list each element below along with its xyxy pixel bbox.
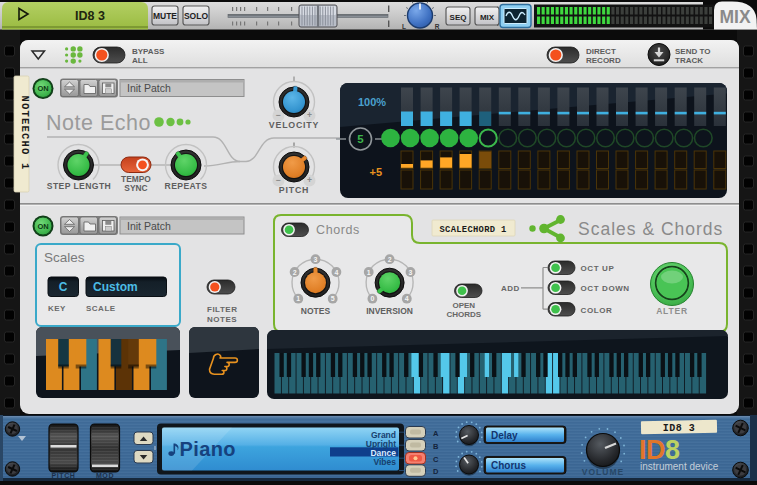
svg-text:ADD: ADD bbox=[501, 284, 520, 293]
svg-text:PITCH: PITCH bbox=[52, 472, 76, 479]
svg-text:100%: 100% bbox=[358, 96, 386, 108]
svg-text:OCT UP: OCT UP bbox=[581, 264, 615, 273]
svg-text:Scales & Chords: Scales & Chords bbox=[578, 219, 723, 239]
svg-text:VOLUME: VOLUME bbox=[582, 467, 624, 477]
svg-text:INVERSION: INVERSION bbox=[366, 306, 413, 316]
svg-text:Vibes: Vibes bbox=[373, 457, 396, 467]
svg-text:SEND TO: SEND TO bbox=[675, 47, 710, 56]
svg-text:PITCH: PITCH bbox=[279, 185, 309, 195]
svg-text:−: − bbox=[276, 175, 281, 185]
svg-text:1: 1 bbox=[367, 269, 371, 276]
svg-text:BYPASS: BYPASS bbox=[132, 47, 165, 56]
svg-text:NOTES: NOTES bbox=[207, 315, 237, 324]
svg-text:DIRECT: DIRECT bbox=[586, 47, 616, 56]
svg-text:R: R bbox=[435, 23, 440, 30]
svg-text:RECORD: RECORD bbox=[586, 56, 621, 65]
svg-text:instrument device: instrument device bbox=[640, 461, 719, 472]
svg-text:ON: ON bbox=[37, 84, 48, 93]
svg-text:C: C bbox=[433, 455, 439, 464]
svg-text:L: L bbox=[402, 23, 406, 30]
svg-text:+5: +5 bbox=[369, 166, 382, 178]
svg-text:+: + bbox=[307, 175, 312, 185]
svg-text:MIX: MIX bbox=[480, 13, 495, 22]
svg-text:Delay: Delay bbox=[491, 430, 518, 441]
svg-text:SEQ: SEQ bbox=[450, 13, 467, 22]
svg-text:TRACK: TRACK bbox=[675, 56, 703, 65]
svg-text:SOLO: SOLO bbox=[184, 11, 208, 21]
svg-text:A: A bbox=[433, 429, 439, 438]
svg-text:NOTES: NOTES bbox=[301, 306, 331, 316]
svg-text:VELOCITY: VELOCITY bbox=[269, 120, 319, 130]
svg-text:Scales: Scales bbox=[44, 250, 85, 265]
svg-text:1: 1 bbox=[296, 295, 300, 302]
svg-text:0: 0 bbox=[370, 295, 374, 302]
svg-text:−: − bbox=[276, 110, 281, 120]
svg-text:5: 5 bbox=[331, 295, 335, 302]
svg-text:CHORDS: CHORDS bbox=[446, 310, 481, 319]
svg-text:OCT DOWN: OCT DOWN bbox=[581, 284, 630, 293]
svg-text:2: 2 bbox=[293, 269, 297, 276]
svg-text:KEY: KEY bbox=[48, 304, 66, 313]
svg-text:Init Patch: Init Patch bbox=[127, 82, 171, 94]
svg-text:OPEN: OPEN bbox=[452, 301, 475, 310]
svg-text:Chords: Chords bbox=[316, 223, 360, 237]
svg-text:Init Patch: Init Patch bbox=[127, 220, 171, 232]
svg-text:NOTEECHO 1: NOTEECHO 1 bbox=[19, 95, 31, 170]
svg-text:SCALECHORD 1: SCALECHORD 1 bbox=[440, 225, 507, 235]
svg-text:COLOR: COLOR bbox=[581, 306, 613, 315]
svg-text:ON: ON bbox=[37, 222, 48, 231]
svg-text:2: 2 bbox=[388, 256, 392, 263]
svg-text:SCALE: SCALE bbox=[86, 304, 116, 313]
svg-text:Piano: Piano bbox=[180, 438, 236, 460]
svg-text:MIX: MIX bbox=[719, 7, 750, 27]
svg-text:REPEATS: REPEATS bbox=[165, 181, 208, 191]
svg-text:ALL: ALL bbox=[132, 56, 148, 65]
svg-text:+: + bbox=[307, 110, 312, 120]
svg-text:5: 5 bbox=[357, 133, 364, 145]
svg-text:Note Echo: Note Echo bbox=[46, 111, 151, 135]
svg-text:4: 4 bbox=[405, 295, 409, 302]
svg-text:C: C bbox=[59, 280, 68, 294]
svg-text:MUTE: MUTE bbox=[153, 11, 177, 21]
svg-text:4: 4 bbox=[334, 269, 338, 276]
svg-text:3: 3 bbox=[314, 256, 318, 263]
svg-text:3: 3 bbox=[409, 269, 413, 276]
svg-text:Chorus: Chorus bbox=[491, 460, 526, 471]
svg-text:D: D bbox=[433, 467, 439, 476]
svg-text:STEP LENGTH: STEP LENGTH bbox=[47, 181, 111, 191]
svg-text:FILTER: FILTER bbox=[207, 305, 237, 314]
svg-text:ID8 3: ID8 3 bbox=[75, 9, 105, 23]
svg-text:SYNC: SYNC bbox=[124, 183, 147, 193]
svg-text:ALTER: ALTER bbox=[656, 306, 688, 316]
svg-text:MOD: MOD bbox=[96, 472, 114, 479]
svg-text:ID8 3: ID8 3 bbox=[663, 423, 696, 434]
svg-text:Custom: Custom bbox=[93, 280, 138, 294]
svg-text:B: B bbox=[433, 442, 439, 451]
